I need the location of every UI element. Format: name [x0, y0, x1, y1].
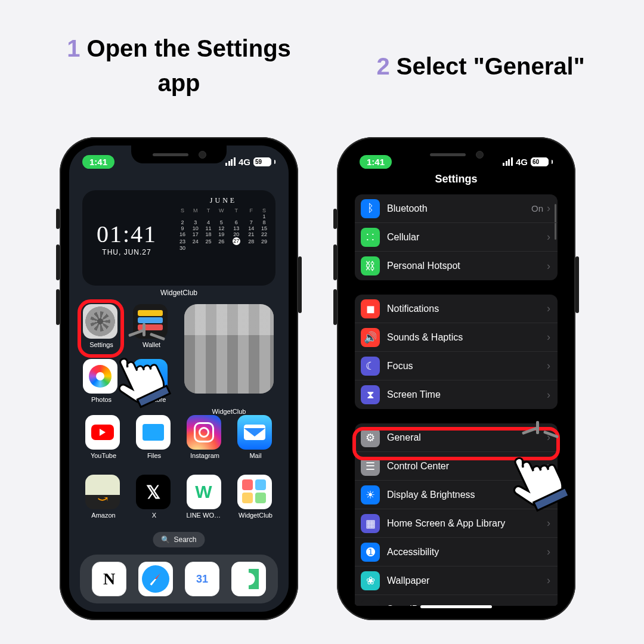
- cellular-icon: ⸬: [361, 228, 380, 247]
- settings-list[interactable]: ᛒ Bluetooth On › ⸬ Cellular › ⛓ Personal…: [355, 194, 558, 606]
- row-label: Accessibility: [387, 547, 547, 558]
- row-label: Home Screen & App Library: [387, 518, 547, 529]
- notch: [408, 145, 504, 163]
- screentime-icon: ⧗: [361, 385, 380, 404]
- chevron-right-icon: ›: [547, 360, 550, 372]
- phone-settings-screen: 1:41 4G 60 Settings ᛒ Bluetooth On › ⸬ C…: [337, 137, 575, 620]
- app-mail[interactable]: Mail: [237, 415, 273, 459]
- page-title: Settings: [346, 173, 566, 185]
- settings-group-notifications: ◼ Notifications › 🔊 Sounds & Haptics › ☾…: [355, 295, 558, 409]
- widget-label: WidgetClub: [69, 289, 289, 297]
- amazon-icon: [85, 475, 120, 509]
- app-lineworks[interactable]: WLINE WORKS: [187, 475, 222, 519]
- bluetooth-icon: ᛒ: [361, 199, 380, 218]
- wallpaper-icon: ❀: [361, 571, 380, 590]
- home-indicator[interactable]: [420, 605, 492, 608]
- row-label: Bluetooth: [387, 203, 531, 214]
- home-search[interactable]: 🔍 Search: [153, 532, 205, 547]
- photo-widget[interactable]: [184, 304, 274, 394]
- dock-app-4[interactable]: [231, 562, 266, 596]
- chevron-right-icon: ›: [547, 302, 550, 315]
- dock: N 31: [80, 555, 278, 603]
- step-text: Select "General": [397, 53, 585, 79]
- dock-app-safari[interactable]: [138, 562, 173, 596]
- focus-icon: ☾: [361, 357, 380, 376]
- control-center-icon: ☰: [361, 457, 380, 476]
- app-youtube[interactable]: YouTube: [85, 415, 121, 459]
- display-icon: ☀: [361, 485, 380, 504]
- widget-date: THU, Jun.27: [102, 248, 151, 256]
- accessibility-icon: ➊: [361, 543, 380, 562]
- app-label: Amazon: [85, 512, 122, 519]
- row-personal-hotspot[interactable]: ⛓ Personal Hotspot ›: [355, 252, 558, 280]
- app-amazon[interactable]: Amazon: [85, 475, 121, 519]
- app-widgetclub[interactable]: WidgetClub: [237, 475, 273, 519]
- app-row-4: Amazon 𝕏X WLINE WORKS WidgetClub: [80, 475, 278, 519]
- sounds-icon: 🔊: [361, 328, 380, 347]
- row-standby[interactable]: ▣ StandBy ›: [355, 595, 558, 606]
- app-label: Instagram: [187, 452, 224, 459]
- photo-widget-label: WidgetClub: [184, 408, 274, 415]
- dock-app-notion[interactable]: N: [92, 562, 126, 596]
- home-screen-icon: ▦: [361, 514, 380, 533]
- row-wallpaper[interactable]: ❀ Wallpaper ›: [355, 566, 558, 595]
- chevron-right-icon: ›: [547, 231, 550, 243]
- lineworks-icon: W: [187, 475, 221, 509]
- signal-icon: [225, 157, 236, 166]
- network-label: 4G: [239, 157, 250, 167]
- row-value: On: [531, 203, 543, 213]
- row-label: Screen Time: [387, 389, 547, 400]
- dock-app-calendar[interactable]: 31: [185, 562, 219, 596]
- row-screen-time[interactable]: ⧗ Screen Time ›: [355, 380, 558, 409]
- chevron-right-icon: ›: [547, 603, 550, 606]
- row-cellular[interactable]: ⸬ Cellular ›: [355, 223, 558, 252]
- x-icon: 𝕏: [136, 475, 171, 509]
- chevron-right-icon: ›: [547, 546, 550, 558]
- app-label: LINE WORKS: [187, 512, 224, 519]
- row-accessibility[interactable]: ➊ Accessibility ›: [355, 538, 558, 566]
- phone1-screen: 1:41 4G 59 01:41 THU, Jun.27 JUNE SM TW …: [69, 145, 289, 612]
- files-icon: [136, 415, 171, 450]
- app-x[interactable]: 𝕏X: [136, 475, 172, 519]
- status-time: 1:41: [82, 155, 114, 169]
- app-label: X: [136, 512, 173, 519]
- tap-indicator: [498, 429, 569, 501]
- app-row-3: YouTube Files Instagram Mail: [80, 415, 278, 459]
- battery-icon: 60: [531, 157, 549, 166]
- step-number: 2: [376, 53, 389, 79]
- hand-icon: [498, 436, 575, 514]
- calendar: JUNE SM TW TF S 1 2345678 9101112131415 …: [171, 190, 275, 286]
- clock-calendar-widget[interactable]: 01:41 THU, Jun.27 JUNE SM TW TF S 1 2345…: [82, 190, 275, 286]
- hotspot-icon: ⛓: [361, 256, 380, 275]
- phone2-screen: 1:41 4G 60 Settings ᛒ Bluetooth On › ⸬ C…: [346, 145, 566, 612]
- app-instagram[interactable]: Instagram: [187, 415, 222, 459]
- widgetclub-icon: [237, 475, 272, 509]
- row-label: Focus: [387, 361, 547, 371]
- row-label: Notifications: [387, 304, 547, 314]
- row-bluetooth[interactable]: ᛒ Bluetooth On ›: [355, 194, 558, 223]
- app-label: YouTube: [85, 452, 122, 459]
- widget-time: 01:41: [97, 220, 157, 248]
- general-icon: ⚙: [361, 428, 380, 447]
- network-label: 4G: [516, 157, 528, 167]
- chevron-right-icon: ›: [547, 389, 550, 401]
- app-label: Files: [136, 452, 173, 459]
- row-sounds[interactable]: 🔊 Sounds & Haptics ›: [355, 323, 558, 352]
- standby-icon: ▣: [361, 600, 380, 606]
- hand-icon: [104, 339, 176, 410]
- row-label: Sounds & Haptics: [387, 332, 547, 343]
- notch: [131, 145, 227, 163]
- caption-step-1: 1 Open the Settings app: [66, 31, 292, 100]
- app-label: WidgetClub: [237, 512, 274, 519]
- step-number: 1: [67, 35, 80, 61]
- app-files[interactable]: Files: [136, 415, 172, 459]
- phone-home-screen: 1:41 4G 59 01:41 THU, Jun.27 JUNE SM TW …: [60, 137, 298, 620]
- search-label: Search: [174, 535, 196, 544]
- status-time: 1:41: [360, 155, 392, 169]
- calendar-month: JUNE: [176, 196, 271, 205]
- instagram-icon: [187, 415, 221, 450]
- step-text: Open the Settings app: [87, 35, 291, 96]
- row-notifications[interactable]: ◼ Notifications ›: [355, 295, 558, 323]
- row-label: Cellular: [387, 232, 547, 243]
- row-focus[interactable]: ☾ Focus ›: [355, 352, 558, 380]
